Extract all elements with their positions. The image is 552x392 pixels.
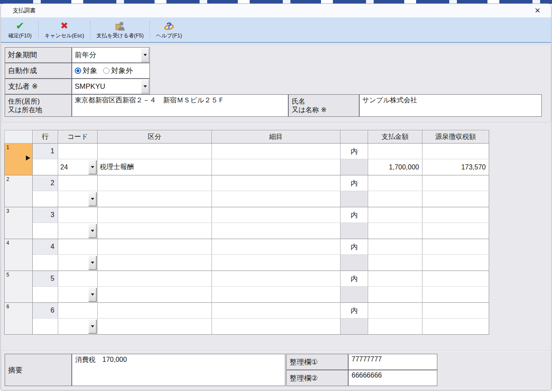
category-cell[interactable]: [98, 191, 212, 207]
withholding-cell[interactable]: [422, 223, 489, 239]
seiri2-field[interactable]: 66666666: [348, 370, 437, 386]
category-upper-cell[interactable]: [98, 175, 212, 191]
detail-cell[interactable]: [212, 159, 341, 175]
code-upper-cell[interactable]: [58, 303, 98, 318]
detail-upper-cell[interactable]: [212, 175, 341, 191]
category-upper-cell[interactable]: [98, 207, 212, 223]
grid-corner-cell: [4, 130, 33, 144]
code-upper-cell[interactable]: [58, 271, 98, 286]
code-upper-cell[interactable]: [58, 207, 98, 223]
help-button[interactable]: ? ヘルプ(F1): [152, 17, 186, 42]
withholding-upper-cell[interactable]: [422, 271, 489, 286]
radio-taishougai[interactable]: 対象外: [103, 66, 133, 76]
name-field[interactable]: サンプル株式会社: [359, 94, 542, 117]
table-row: 4 4 内: [4, 239, 489, 271]
detail-cell[interactable]: [212, 191, 341, 207]
payment-cell[interactable]: [368, 319, 422, 334]
payment-upper-cell[interactable]: [368, 239, 422, 254]
payment-cell[interactable]: [368, 255, 422, 271]
withholding-cell[interactable]: [422, 191, 489, 207]
detail-upper-cell[interactable]: [212, 207, 341, 223]
payment-cell[interactable]: [368, 223, 422, 239]
summary-field[interactable]: 消費税 170,000: [72, 354, 285, 386]
code-cell[interactable]: [58, 191, 98, 207]
row-selector[interactable]: 5: [4, 271, 33, 302]
category-upper-cell[interactable]: [98, 144, 212, 159]
header-category: 区分: [98, 130, 212, 144]
withholding-upper-cell[interactable]: [422, 303, 489, 318]
code-cell[interactable]: [58, 287, 98, 302]
row-selector[interactable]: 2: [4, 175, 33, 207]
row-selector[interactable]: 6: [4, 303, 33, 334]
row-selector[interactable]: 1: [4, 144, 33, 175]
withholding-upper-cell[interactable]: [422, 175, 489, 191]
payer-dropdown-button[interactable]: [141, 79, 149, 93]
chevron-down-icon: [144, 54, 147, 56]
detail-cell[interactable]: [212, 223, 341, 239]
code-cell[interactable]: [58, 319, 98, 334]
detail-upper-cell[interactable]: [212, 239, 341, 254]
detail-cell[interactable]: [212, 319, 341, 334]
address-field[interactable]: 東京都新宿区西新宿２－４ 新宿ＭＳビル２５Ｆ: [72, 94, 288, 117]
withholding-cell[interactable]: 173,570: [422, 159, 489, 175]
payment-upper-cell[interactable]: [368, 175, 422, 191]
payment-cell[interactable]: 1,700,000: [368, 159, 422, 175]
target-period-dropdown-button[interactable]: [141, 48, 149, 62]
row-selector-number: 4: [6, 240, 9, 246]
code-dropdown-button[interactable]: [88, 288, 96, 302]
payment-cell[interactable]: [368, 191, 422, 207]
category-cell[interactable]: [98, 319, 212, 334]
withholding-upper-cell[interactable]: [422, 239, 489, 254]
confirm-button[interactable]: ✔ 確定(F10): [3, 17, 37, 42]
payment-cell[interactable]: [368, 287, 422, 302]
code-cell[interactable]: 24: [58, 159, 98, 175]
payment-upper-cell[interactable]: [368, 144, 422, 159]
seiri1-field[interactable]: 77777777: [348, 354, 437, 370]
category-cell[interactable]: [98, 223, 212, 239]
close-icon[interactable]: ×: [528, 4, 547, 17]
payment-upper-cell[interactable]: [368, 271, 422, 286]
line-number-cell: 1: [33, 144, 58, 159]
payer-select[interactable]: SMPKYU: [72, 79, 150, 94]
code-upper-cell[interactable]: [58, 144, 98, 159]
line-blank-cell: [33, 287, 58, 302]
radio-taishou[interactable]: 対象: [75, 66, 97, 76]
detail-upper-cell[interactable]: [212, 144, 341, 159]
category-upper-cell[interactable]: [98, 303, 212, 318]
withholding-cell[interactable]: [422, 287, 489, 302]
detail-upper-cell[interactable]: [212, 271, 341, 286]
row-selector[interactable]: 4: [4, 239, 33, 271]
category-cell[interactable]: [98, 287, 212, 302]
sub-row-upper: 5 内: [33, 271, 489, 287]
category-cell[interactable]: 税理士報酬: [98, 159, 212, 175]
code-upper-cell[interactable]: [58, 239, 98, 254]
withholding-upper-cell[interactable]: [422, 144, 489, 159]
withholding-cell[interactable]: [422, 255, 489, 271]
radio-unselected-icon: [103, 68, 110, 74]
code-dropdown-button[interactable]: [88, 256, 96, 270]
header-inner: [341, 130, 368, 144]
payee-button[interactable]: 支払を受ける者(F5): [92, 17, 148, 42]
payment-upper-cell[interactable]: [368, 207, 422, 223]
code-dropdown-button[interactable]: [88, 319, 96, 333]
detail-cell[interactable]: [212, 255, 341, 271]
chevron-down-icon: [91, 293, 94, 296]
code-dropdown-button[interactable]: [88, 192, 96, 206]
code-cell[interactable]: [58, 223, 98, 239]
code-upper-cell[interactable]: [58, 175, 98, 191]
detail-upper-cell[interactable]: [212, 303, 341, 318]
row-selector[interactable]: 3: [4, 207, 33, 239]
withholding-upper-cell[interactable]: [422, 207, 489, 223]
category-upper-cell[interactable]: [98, 271, 212, 286]
code-dropdown-button[interactable]: [88, 224, 96, 238]
line-blank-cell: [33, 255, 58, 271]
code-dropdown-button[interactable]: [88, 160, 96, 174]
target-period-select[interactable]: 前年分: [72, 47, 150, 63]
category-cell[interactable]: [98, 255, 212, 271]
payment-upper-cell[interactable]: [368, 303, 422, 318]
category-upper-cell[interactable]: [98, 239, 212, 254]
code-cell[interactable]: [58, 255, 98, 271]
detail-cell[interactable]: [212, 287, 341, 302]
withholding-cell[interactable]: [422, 319, 489, 334]
cancel-button[interactable]: ✖ キャンセル(Esc): [40, 17, 88, 42]
